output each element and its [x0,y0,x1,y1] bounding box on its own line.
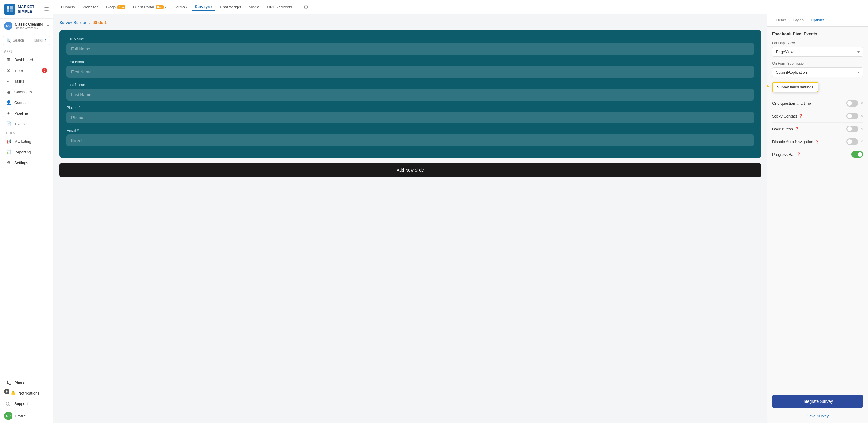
settings-gear-icon[interactable]: ⚙ [301,3,311,11]
svg-rect-0 [6,6,9,9]
sidebar-item-phone[interactable]: 📞 Phone [2,377,51,388]
sidebar-item-label: Settings [14,160,28,165]
sidebar-item-reporting[interactable]: 📊 Reporting [2,147,51,157]
toggle-one-question-switch[interactable] [846,100,858,107]
sidebar-item-label: Reporting [14,150,31,154]
toggle-sticky-contact: Sticky Contact ❓ × [772,110,863,123]
nav-url-redirects[interactable]: URL Redirects [264,4,295,10]
sidebar-item-dashboard[interactable]: ⊞ Dashboard [2,55,51,65]
survey-fields-tooltip: Survey fields settings [772,82,818,92]
field-full-name-label: Full Name [66,37,754,41]
toggle-one-question-remove[interactable]: × [861,101,863,106]
apps-section-label: Apps [0,48,53,54]
disable-auto-nav-help-icon: ❓ [815,140,819,144]
svg-rect-3 [10,9,13,12]
toggle-back-button-remove[interactable]: × [861,126,863,131]
search-bar[interactable]: 🔍 Search ctrl K ↑ [3,36,50,45]
toggle-sticky-contact-switch[interactable] [846,113,858,119]
tab-options[interactable]: Options [807,14,828,26]
nav-chat-widget[interactable]: Chat Widget [217,4,244,10]
support-icon: ? [6,401,11,406]
toggle-progress-bar-switch[interactable] [851,151,863,158]
sidebar-item-label: Marketing [14,139,31,144]
field-first-name-label: First Name [66,60,754,64]
nav-funnels[interactable]: Funnels [58,4,78,10]
field-email: Email * [66,128,754,146]
toggle-progress-bar-label: Progress Bar ❓ [772,152,801,157]
nav-blogs[interactable]: Blogs New [103,4,128,10]
field-last-name-input[interactable] [66,89,754,101]
account-avatar: CC [4,22,12,30]
save-survey-link[interactable]: Save Survey [768,412,868,421]
add-new-slide-button[interactable]: Add New Slide [59,163,761,177]
sidebar: MARKET SIMPLE ☰ CC Classic Cleaning Brok… [0,0,53,423]
sidebar-item-support[interactable]: ? Support [2,398,51,409]
client-portal-badge: New [156,5,164,9]
sticky-contact-help-icon: ❓ [799,114,803,118]
toggle-disable-auto-nav-remove[interactable]: × [861,139,863,144]
on-page-view-select[interactable]: PageView [772,47,863,57]
nav-media[interactable]: Media [246,4,262,10]
hamburger-icon[interactable]: ☰ [44,6,49,12]
svg-rect-2 [6,9,9,12]
field-last-name-label: Last Name [66,83,754,87]
account-switcher[interactable]: CC Classic Cleaning Broken Arrow, AK ▾ [0,19,53,33]
main-area: Funnels Websites Blogs New Client Portal… [53,0,868,423]
breadcrumb-parent[interactable]: Survey Builder [59,20,86,25]
client-portal-chevron-icon: ▾ [165,5,166,9]
sidebar-item-calendars[interactable]: ▦ Calendars [2,87,51,97]
progress-bar-help-icon: ❓ [797,152,801,156]
nav-websites[interactable]: Websites [80,4,101,10]
toggle-sticky-contact-remove[interactable]: × [861,113,863,119]
tab-fields[interactable]: Fields [772,14,790,26]
inbox-badge: 0 [42,68,47,73]
nav-surveys[interactable]: Surveys ▾ [192,3,215,11]
tab-styles[interactable]: Styles [790,14,807,26]
field-phone: Phone * [66,105,754,123]
toggle-progress-bar: Progress Bar ❓ [772,148,863,161]
account-name: Classic Cleaning [15,22,45,26]
sidebar-item-settings[interactable]: ⚙ Settings [2,158,51,168]
toggle-back-button-switch[interactable] [846,126,858,132]
sidebar-item-label: Dashboard [14,58,33,62]
sidebar-item-profile[interactable]: GP Profile [0,409,53,423]
integrate-survey-button[interactable]: Integrate Survey [772,395,863,408]
toggle-back-button-label: Back Button ❓ [772,127,799,131]
survey-fields-annotation: Survey fields settings [772,82,863,92]
breadcrumb-current: Slide 1 [93,20,107,25]
facebook-pixel-title: Facebook Pixel Events [772,31,863,36]
calendars-icon: ▦ [6,89,11,94]
toggle-one-question-label: One question at a time [772,101,811,106]
survey-slide-card: Full Name First Name Last Name [59,30,761,158]
sidebar-item-label: Inbox [14,68,24,73]
field-first-name: First Name [66,60,754,78]
right-panel: Fields Styles Options Facebook Pixel Eve… [767,14,868,423]
tools-section-label: Tools [0,129,53,136]
profile-avatar: GP [4,412,12,420]
sidebar-item-inbox[interactable]: ✉ Inbox 0 [2,65,51,75]
field-email-input[interactable] [66,134,754,146]
field-first-name-input[interactable] [66,66,754,78]
toggle-disable-auto-nav-switch[interactable] [846,138,858,145]
toggle-disable-auto-nav: Disable Auto Navigation ❓ × [772,135,863,148]
sidebar-item-label: Tasks [14,79,24,83]
sidebar-item-marketing[interactable]: 📢 Marketing [2,136,51,146]
sidebar-item-contacts[interactable]: 👤 Contacts [2,97,51,108]
field-phone-input[interactable] [66,112,754,123]
sidebar-item-invoices[interactable]: 📄 Invoices [2,119,51,129]
sidebar-item-label: Notifications [19,391,39,395]
on-form-submission-select[interactable]: SubmitApplication [772,67,863,77]
field-full-name-input[interactable] [66,43,754,55]
sidebar-item-tasks[interactable]: ✓ Tasks [2,76,51,86]
tasks-icon: ✓ [6,79,11,84]
sidebar-item-label: Contacts [14,100,29,105]
options-content: Facebook Pixel Events On Page View PageV… [768,27,868,391]
nav-forms[interactable]: Forms ▾ [171,4,190,10]
toggle-one-question: One question at a time × [772,97,863,110]
sidebar-item-label: Pipeline [14,111,28,116]
reporting-icon: 📊 [6,149,11,155]
sidebar-item-pipeline[interactable]: ◈ Pipeline [2,108,51,118]
nav-client-portal[interactable]: Client Portal New ▾ [130,4,169,10]
sidebar-item-notifications[interactable]: 9 🔔 Notifications [2,388,51,398]
sidebar-item-label: Calendars [14,90,32,94]
